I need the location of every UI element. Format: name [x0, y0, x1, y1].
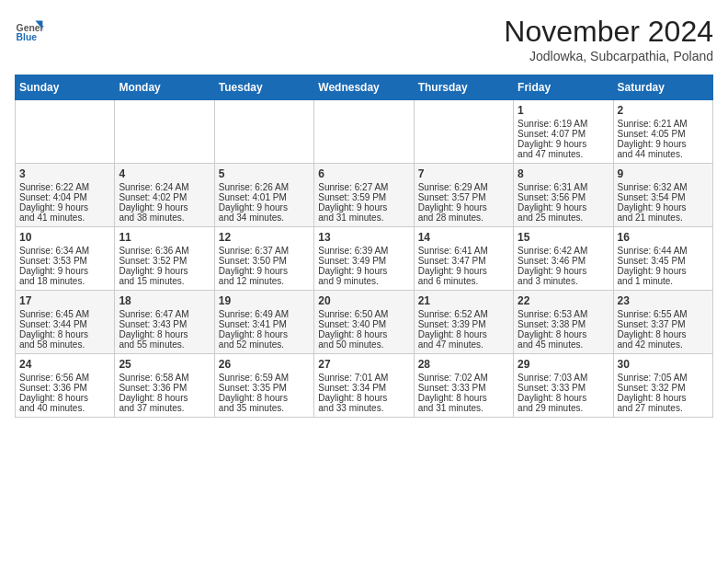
calendar-cell: 18Sunrise: 6:47 AMSunset: 3:43 PMDayligh… [115, 291, 214, 354]
day-number: 2 [618, 104, 709, 117]
day-header-friday: Friday [514, 75, 613, 100]
calendar-cell [214, 100, 313, 164]
day-info-line: and 35 minutes. [219, 403, 310, 413]
day-info-line: and 29 minutes. [518, 403, 609, 413]
calendar-week-1: 1Sunrise: 6:19 AMSunset: 4:07 PMDaylight… [16, 100, 713, 164]
day-info-line: and 1 minute. [618, 276, 709, 286]
day-info-line: and 44 minutes. [618, 149, 709, 159]
day-info-line: and 42 minutes. [618, 339, 709, 350]
svg-text:Blue: Blue [17, 32, 38, 42]
day-info-line: Sunset: 3:35 PM [219, 383, 310, 393]
logo-icon: General Blue [15, 15, 44, 44]
day-header-sunday: Sunday [16, 75, 115, 100]
day-info-line: Sunrise: 6:58 AM [119, 373, 210, 383]
day-info-line: Daylight: 8 hours [518, 393, 609, 403]
day-info-line: Sunrise: 7:02 AM [418, 373, 509, 383]
day-info-line: Sunrise: 6:24 AM [119, 182, 210, 192]
day-info-line: and 12 minutes. [219, 276, 310, 286]
day-info-line: Daylight: 9 hours [219, 266, 310, 276]
day-info-line: and 37 minutes. [119, 403, 210, 413]
calendar-cell: 13Sunrise: 6:39 AMSunset: 3:49 PMDayligh… [314, 227, 414, 291]
day-number: 24 [19, 358, 110, 371]
day-info-line: Daylight: 9 hours [318, 202, 409, 213]
day-info-line: Daylight: 8 hours [119, 329, 210, 339]
calendar-cell: 1Sunrise: 6:19 AMSunset: 4:07 PMDaylight… [514, 100, 613, 164]
calendar-cell: 20Sunrise: 6:50 AMSunset: 3:40 PMDayligh… [314, 291, 414, 354]
calendar-cell [414, 100, 513, 164]
day-info-line: Sunrise: 6:19 AM [518, 119, 609, 129]
day-info-line: and 27 minutes. [618, 403, 709, 413]
day-number: 7 [418, 167, 509, 180]
day-number: 9 [618, 167, 709, 180]
day-header-tuesday: Tuesday [214, 75, 313, 100]
day-info-line: Daylight: 9 hours [119, 266, 210, 276]
day-info-line: Sunrise: 6:55 AM [618, 309, 709, 319]
day-info-line: Daylight: 9 hours [318, 266, 409, 276]
day-info-line: Sunrise: 7:05 AM [618, 373, 709, 383]
day-info-line: and 47 minutes. [518, 149, 609, 159]
day-info-line: Sunrise: 7:03 AM [518, 373, 609, 383]
day-number: 15 [518, 231, 609, 244]
calendar-cell: 16Sunrise: 6:44 AMSunset: 3:45 PMDayligh… [613, 227, 712, 291]
calendar-cell: 9Sunrise: 6:32 AMSunset: 3:54 PMDaylight… [613, 164, 712, 227]
day-info-line: and 31 minutes. [418, 403, 509, 413]
day-info-line: Sunset: 4:01 PM [219, 192, 310, 202]
day-info-line: Sunrise: 6:22 AM [19, 182, 110, 192]
calendar-cell: 19Sunrise: 6:49 AMSunset: 3:41 PMDayligh… [214, 291, 313, 354]
calendar: SundayMondayTuesdayWednesdayThursdayFrid… [15, 75, 713, 418]
day-info-line: Sunset: 3:45 PM [618, 256, 709, 266]
day-number: 25 [119, 358, 210, 371]
day-info-line: and 33 minutes. [318, 403, 409, 413]
day-info-line: Daylight: 8 hours [19, 329, 110, 339]
day-info-line: Sunset: 3:41 PM [219, 319, 310, 329]
calendar-cell: 14Sunrise: 6:41 AMSunset: 3:47 PMDayligh… [414, 227, 513, 291]
day-number: 4 [119, 167, 210, 180]
title-section: November 2024 Jodlowka, Subcarpathia, Po… [504, 15, 713, 63]
day-info-line: Sunset: 4:05 PM [618, 129, 709, 139]
day-header-saturday: Saturday [613, 75, 712, 100]
calendar-cell: 24Sunrise: 6:56 AMSunset: 3:36 PMDayligh… [16, 354, 115, 418]
day-info-line: Daylight: 9 hours [418, 266, 509, 276]
day-header-wednesday: Wednesday [314, 75, 414, 100]
calendar-week-5: 24Sunrise: 6:56 AMSunset: 3:36 PMDayligh… [16, 354, 713, 418]
calendar-cell: 4Sunrise: 6:24 AMSunset: 4:02 PMDaylight… [115, 164, 214, 227]
day-info-line: Sunrise: 6:27 AM [318, 182, 409, 192]
calendar-cell: 6Sunrise: 6:27 AMSunset: 3:59 PMDaylight… [314, 164, 414, 227]
day-number: 22 [518, 294, 609, 307]
day-info-line: Daylight: 8 hours [219, 329, 310, 339]
calendar-cell: 8Sunrise: 6:31 AMSunset: 3:56 PMDaylight… [514, 164, 613, 227]
calendar-cell [314, 100, 414, 164]
day-info-line: Sunset: 3:34 PM [318, 383, 409, 393]
day-info-line: Sunset: 3:54 PM [618, 192, 709, 202]
calendar-cell: 25Sunrise: 6:58 AMSunset: 3:36 PMDayligh… [115, 354, 214, 418]
day-info-line: and 41 minutes. [19, 213, 110, 223]
day-info-line: and 34 minutes. [219, 213, 310, 223]
day-info-line: Sunset: 3:38 PM [518, 319, 609, 329]
day-info-line: Daylight: 8 hours [19, 393, 110, 403]
day-info-line: Daylight: 9 hours [518, 202, 609, 213]
day-info-line: Sunrise: 6:26 AM [219, 182, 310, 192]
day-info-line: Sunset: 3:39 PM [418, 319, 509, 329]
calendar-cell [115, 100, 214, 164]
calendar-cell: 3Sunrise: 6:22 AMSunset: 4:04 PMDaylight… [16, 164, 115, 227]
day-info-line: Daylight: 8 hours [318, 393, 409, 403]
day-number: 28 [418, 358, 509, 371]
calendar-cell: 21Sunrise: 6:52 AMSunset: 3:39 PMDayligh… [414, 291, 513, 354]
calendar-cell: 26Sunrise: 6:59 AMSunset: 3:35 PMDayligh… [214, 354, 313, 418]
day-info-line: and 3 minutes. [518, 276, 609, 286]
day-number: 1 [518, 104, 609, 117]
day-number: 17 [19, 294, 110, 307]
day-info-line: Sunset: 3:46 PM [518, 256, 609, 266]
day-info-line: and 9 minutes. [318, 276, 409, 286]
calendar-cell: 2Sunrise: 6:21 AMSunset: 4:05 PMDaylight… [613, 100, 712, 164]
day-number: 5 [219, 167, 310, 180]
calendar-cell: 29Sunrise: 7:03 AMSunset: 3:33 PMDayligh… [514, 354, 613, 418]
day-number: 11 [119, 231, 210, 244]
day-info-line: and 45 minutes. [518, 339, 609, 350]
calendar-cell: 30Sunrise: 7:05 AMSunset: 3:32 PMDayligh… [613, 354, 712, 418]
calendar-cell: 11Sunrise: 6:36 AMSunset: 3:52 PMDayligh… [115, 227, 214, 291]
day-header-monday: Monday [115, 75, 214, 100]
day-info-line: Daylight: 8 hours [318, 329, 409, 339]
calendar-cell: 7Sunrise: 6:29 AMSunset: 3:57 PMDaylight… [414, 164, 513, 227]
day-info-line: Daylight: 9 hours [618, 139, 709, 149]
